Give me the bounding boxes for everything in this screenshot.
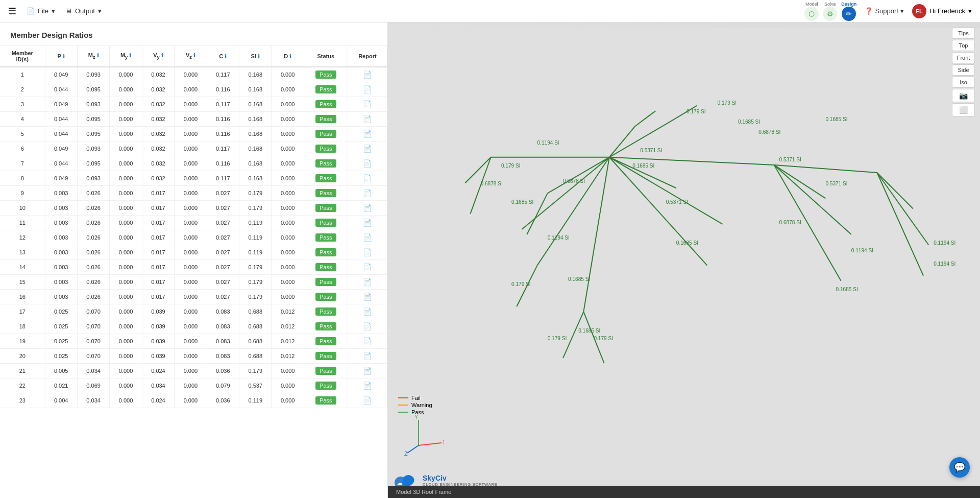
- table-container[interactable]: MemberID(s) P ℹ Mz ℹ My ℹ Vy ℹ Vz ℹ C ℹ …: [0, 46, 387, 498]
- menu-button[interactable]: ☰: [8, 6, 16, 17]
- top-button[interactable]: Top: [952, 40, 975, 51]
- cell-report[interactable]: 📄: [348, 334, 387, 349]
- tips-button[interactable]: Tips: [952, 28, 975, 39]
- report-icon[interactable]: 📄: [363, 263, 372, 271]
- cell-report[interactable]: 📄: [348, 141, 387, 156]
- cell-report[interactable]: 📄: [348, 171, 387, 186]
- side-button[interactable]: Side: [952, 64, 975, 76]
- cell-report[interactable]: 📄: [348, 127, 387, 141]
- mode-solve[interactable]: Solve ⚙: [823, 2, 837, 21]
- cell-report[interactable]: 📄: [348, 156, 387, 171]
- cell-report[interactable]: 📄: [348, 186, 387, 201]
- mode-design[interactable]: Design ✏: [841, 2, 856, 21]
- report-icon[interactable]: 📄: [363, 204, 372, 212]
- report-icon[interactable]: 📄: [363, 70, 372, 79]
- report-icon[interactable]: 📄: [363, 145, 372, 153]
- cell-My: 0.000: [110, 171, 142, 186]
- cell-report[interactable]: 📄: [348, 216, 387, 230]
- report-icon[interactable]: 📄: [363, 293, 372, 301]
- nav-file[interactable]: 📄 File ▾: [27, 7, 55, 15]
- my-info-icon[interactable]: ℹ: [129, 53, 131, 58]
- mz-info-icon[interactable]: ℹ: [97, 53, 99, 58]
- chat-button[interactable]: 💬: [949, 457, 970, 478]
- report-icon[interactable]: 📄: [363, 382, 372, 390]
- status-badge: Pass: [315, 70, 336, 79]
- cell-id: 3: [0, 97, 45, 112]
- cell-report[interactable]: 📄: [348, 319, 387, 334]
- report-icon[interactable]: 📄: [363, 85, 372, 93]
- screenshot-button[interactable]: ⬜: [952, 103, 975, 116]
- report-icon[interactable]: 📄: [363, 367, 372, 375]
- svg-line-56: [419, 443, 442, 445]
- mode-model[interactable]: Model ⬡: [804, 2, 819, 21]
- report-icon[interactable]: 📄: [363, 278, 372, 286]
- report-icon[interactable]: 📄: [363, 352, 372, 360]
- cell-report[interactable]: 📄: [348, 349, 387, 364]
- cell-SI: 0.179: [239, 290, 272, 304]
- cell-report[interactable]: 📄: [348, 393, 387, 408]
- support-button[interactable]: ❓ Support ▾: [865, 7, 904, 15]
- cell-report[interactable]: 📄: [348, 82, 387, 97]
- cell-Mz: 0.070: [77, 349, 109, 364]
- cell-report[interactable]: 📄: [348, 364, 387, 378]
- report-icon[interactable]: 📄: [363, 322, 372, 330]
- cell-report[interactable]: 📄: [348, 275, 387, 290]
- report-icon[interactable]: 📄: [363, 115, 372, 123]
- cell-report[interactable]: 📄: [348, 97, 387, 112]
- si-info-icon[interactable]: ℹ: [258, 54, 260, 59]
- cell-Vz: 0.000: [175, 334, 207, 349]
- cell-My: 0.000: [110, 275, 142, 290]
- cell-SI: 0.119: [239, 216, 272, 230]
- cell-report[interactable]: 📄: [348, 67, 387, 82]
- cell-report[interactable]: 📄: [348, 230, 387, 245]
- legend: Fail Warning Pass: [398, 395, 432, 416]
- cell-report[interactable]: 📄: [348, 304, 387, 319]
- cell-report[interactable]: 📄: [348, 112, 387, 127]
- cell-status: Pass: [304, 334, 348, 349]
- front-button[interactable]: Front: [952, 52, 975, 63]
- vz-info-icon[interactable]: ℹ: [193, 53, 195, 58]
- c-info-icon[interactable]: ℹ: [225, 54, 227, 59]
- camera-button[interactable]: 📷: [952, 89, 975, 102]
- user-menu[interactable]: FL Hi Frederick ▾: [912, 4, 972, 18]
- vy-info-icon[interactable]: ℹ: [161, 53, 163, 58]
- report-icon[interactable]: 📄: [363, 307, 372, 316]
- report-icon[interactable]: 📄: [363, 100, 372, 108]
- report-icon[interactable]: 📄: [363, 159, 372, 168]
- status-badge: Pass: [315, 263, 336, 271]
- cell-report[interactable]: 📄: [348, 260, 387, 275]
- report-icon[interactable]: 📄: [363, 189, 372, 197]
- table-row: 20 0.025 0.070 0.000 0.039 0.000 0.083 0…: [0, 349, 387, 364]
- table-row: 3 0.049 0.093 0.000 0.032 0.000 0.117 0.…: [0, 97, 387, 112]
- table-row: 5 0.044 0.095 0.000 0.032 0.000 0.116 0.…: [0, 127, 387, 141]
- iso-button[interactable]: Iso: [952, 77, 975, 88]
- report-icon[interactable]: 📄: [363, 130, 372, 138]
- cell-report[interactable]: 📄: [348, 378, 387, 393]
- cell-My: 0.000: [110, 245, 142, 260]
- col-Vy: Vy ℹ: [142, 46, 174, 67]
- report-icon[interactable]: 📄: [363, 174, 372, 182]
- cell-D: 0.000: [272, 260, 304, 275]
- cell-report[interactable]: 📄: [348, 245, 387, 260]
- cell-id: 8: [0, 171, 45, 186]
- svg-text:0.179 SI: 0.179 SI: [687, 109, 706, 114]
- canvas-area[interactable]: 0.179 SI 0.179 SI 0.1685 SI 0.6878 SI 0.…: [388, 22, 980, 498]
- cell-C: 0.027: [207, 186, 239, 201]
- cell-My: 0.000: [110, 201, 142, 216]
- cell-Mz: 0.093: [77, 171, 109, 186]
- nav-output[interactable]: 🖥 Output ▾: [65, 7, 102, 15]
- report-icon[interactable]: 📄: [363, 396, 372, 405]
- p-info-icon[interactable]: ℹ: [63, 54, 65, 59]
- d-info-icon[interactable]: ℹ: [289, 54, 291, 59]
- cell-C: 0.117: [207, 171, 239, 186]
- report-icon[interactable]: 📄: [363, 219, 372, 227]
- cell-My: 0.000: [110, 260, 142, 275]
- cell-report[interactable]: 📄: [348, 201, 387, 216]
- report-icon[interactable]: 📄: [363, 337, 372, 345]
- cell-C: 0.117: [207, 141, 239, 156]
- cell-report[interactable]: 📄: [348, 290, 387, 304]
- cell-D: 0.000: [272, 186, 304, 201]
- report-icon[interactable]: 📄: [363, 248, 372, 256]
- report-icon[interactable]: 📄: [363, 233, 372, 242]
- svg-text:0.1194 SI: 0.1194 SI: [537, 140, 559, 146]
